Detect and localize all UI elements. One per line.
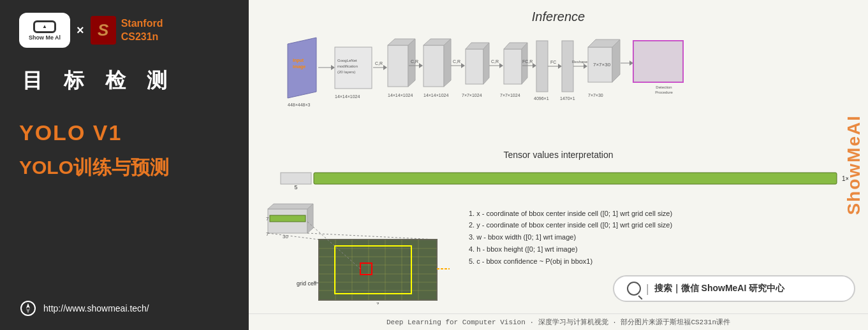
svg-text:7×7×1024: 7×7×1024 [462,93,482,97]
grid-image-area: 7 7 30 [261,203,459,310]
svg-text:C,R: C,R [375,61,383,66]
stanford-name: Stanford [121,17,163,31]
inference-title: Inference [261,10,855,24]
svg-line-77 [268,233,319,240]
svg-text:C,R: C,R [491,59,499,64]
svg-text:Procedure: Procedure [655,90,673,94]
svg-text:30: 30 [283,234,288,240]
svg-rect-31 [466,49,483,84]
svg-text:5: 5 [294,184,297,190]
svg-marker-8 [331,65,335,70]
svg-text:448×448×3: 448×448×3 [288,103,311,107]
svg-rect-38 [504,49,522,84]
svg-text:FC,R: FC,R [522,59,533,64]
svg-marker-29 [461,63,465,68]
compass-icon [19,299,37,317]
svg-marker-48 [558,64,562,69]
svg-text:7: 7 [376,301,379,305]
svg-text:FC: FC [550,60,556,64]
svg-text:modification: modification [337,64,358,68]
svg-text:7×7×30: 7×7×30 [593,62,611,68]
svg-marker-71 [268,204,313,209]
svg-text:4096×1: 4096×1 [534,96,549,101]
svg-text:14×14×1024: 14×14×1024 [335,94,360,99]
search-divider: | [646,282,649,296]
showmeai-icon [33,20,56,33]
stanford-letter: S [91,16,116,45]
svg-text:7×7×1024: 7×7×1024 [500,93,520,97]
logo-area: Show Me Al × S Stanford CS231n [19,13,163,48]
footer-text: Deep Learning for Computer Vision · 深度学习… [249,313,868,330]
svg-marker-1 [26,303,30,308]
search-text: 搜索｜微信 ShowMeAI 研究中心 [654,283,785,294]
grid-area-svg: 7 7 30 [265,203,456,305]
stanford-logo: S Stanford CS231n [91,16,163,45]
yolo-v1-title: YOLO V1 [19,120,122,145]
annotation-4: 4. h - bbox height ([0; 1] wrt image) [469,243,855,255]
tensor-bar-svg: 5 1×30 [261,165,848,194]
inference-section: Inference Input image 448×448×3 GoogLeNe… [249,0,868,147]
svg-text:7: 7 [266,231,269,237]
tensor-section: Tensor values interpretation 5 1×30 [249,147,868,199]
svg-marker-33 [483,43,489,84]
svg-text:GoogLeNet: GoogLeNet [337,59,357,62]
stanford-text: Stanford CS231n [121,17,163,44]
svg-rect-76 [270,215,305,222]
yolo-subtitle: YOLO训练与预测 [19,155,169,181]
svg-marker-53 [584,64,587,69]
svg-text:C,R: C,R [453,59,460,64]
svg-text:Input: Input [293,58,304,63]
svg-rect-66 [281,173,311,184]
pipeline-svg: Input image 448×448×3 GoogLeNet modifica… [281,31,836,130]
annotations-list: 1. x - coordinate of bbox center inside … [469,203,855,310]
svg-rect-17 [388,45,408,87]
svg-text:7×7×30: 7×7×30 [588,93,603,97]
svg-marker-22 [419,63,423,68]
main-content: Inference Input image 448×448×3 GoogLeNe… [249,0,868,330]
bottom-section: 7 7 30 [249,199,868,313]
svg-text:1470×1: 1470×1 [560,96,575,101]
search-box[interactable]: | 搜索｜微信 ShowMeAI 研究中心 [613,275,855,302]
chinese-title: 目 标 检 测 [22,67,175,95]
stanford-course: CS231n [121,31,163,44]
annotation-3: 3. w - bbox width ([0; 1] wrt image) [469,231,855,243]
search-icon [627,282,641,296]
annotation-1: 1. x - coordinate of bbox center inside … [469,208,855,220]
svg-text:14×14×1024: 14×14×1024 [423,93,448,97]
watermark: ShowMeAI [839,0,868,330]
svg-rect-45 [536,41,548,92]
url-text: http://www.showmeai.tech/ [43,303,149,313]
svg-text:grid cell: grid cell [297,280,316,287]
svg-text:7: 7 [266,216,269,222]
tensor-title: Tensor values interpretation [261,150,855,160]
svg-marker-2 [26,308,30,313]
svg-text:14×14×1024: 14×14×1024 [388,93,413,97]
svg-marker-15 [383,65,387,70]
svg-text:image: image [293,64,305,69]
svg-text:(20 layers): (20 layers) [337,70,355,74]
annotation-5: 5. c - bbox confidence ~ P(obj in bbox1) [469,255,855,268]
showmeai-text: Show Me Al [29,34,61,41]
svg-marker-43 [533,63,536,68]
times-symbol: × [77,23,84,38]
url-area[interactable]: http://www.showmeai.tech/ [19,299,149,317]
svg-marker-57 [612,39,620,82]
svg-text:Reshape: Reshape [572,60,588,64]
showmeai-logo: Show Me Al [19,13,70,48]
annotation-2: 2. y - coordinate of bbox center inside … [469,219,855,231]
svg-rect-50 [562,41,573,92]
svg-rect-24 [423,45,444,87]
svg-marker-72 [307,204,313,233]
inference-diagram: Input image 448×448×3 GoogLeNet modifica… [261,29,855,131]
watermark-text: ShowMeAI [844,115,864,215]
svg-text:C,R: C,R [411,59,418,64]
search-area: | 搜索｜微信 ShowMeAI 研究中心 [469,272,855,305]
svg-rect-62 [633,41,683,82]
svg-marker-36 [499,63,503,68]
svg-rect-68 [314,173,837,184]
svg-text:Detection: Detection [656,85,672,89]
svg-line-78 [307,233,437,240]
sidebar: Show Me Al × S Stanford CS231n 目 标 检 测 Y… [0,0,249,330]
svg-marker-26 [444,39,451,87]
